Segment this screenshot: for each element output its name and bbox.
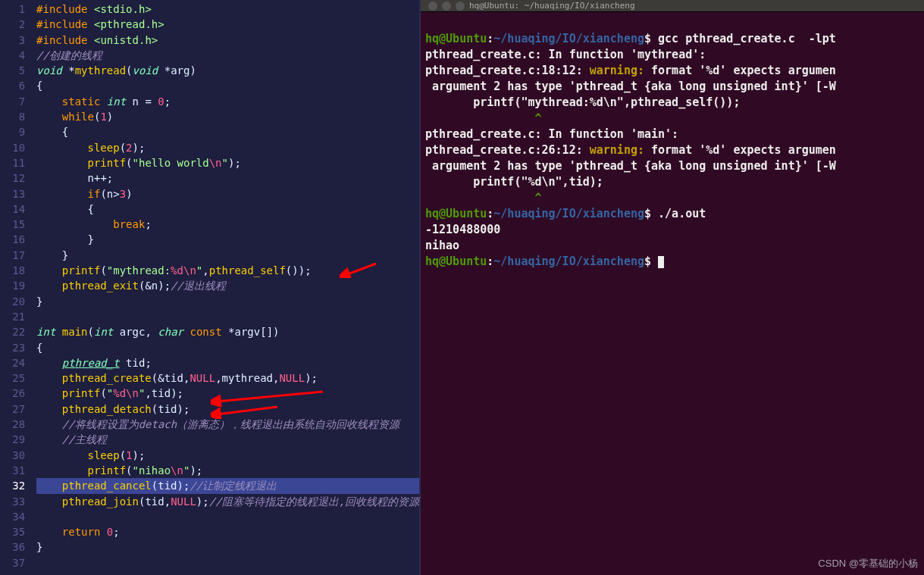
code-line[interactable]: { — [36, 202, 419, 217]
code-line[interactable]: while(1) — [36, 109, 419, 124]
line-number: 26 — [0, 386, 25, 401]
code-line[interactable]: } — [36, 294, 419, 309]
code-line[interactable]: pthread_t tid; — [36, 355, 419, 370]
line-number: 13 — [0, 186, 25, 202]
code-line[interactable]: printf("hello world\n"); — [36, 155, 419, 170]
prompt-user: hq@Ubuntu — [425, 32, 487, 45]
line-number: 33 — [0, 494, 25, 509]
line-number: 17 — [0, 248, 25, 263]
line-number: 35 — [0, 524, 25, 539]
line-number: 30 — [0, 448, 25, 463]
code-line[interactable]: { — [36, 78, 419, 93]
code-line[interactable] — [36, 309, 419, 324]
line-number: 1 — [0, 2, 25, 17]
code-line[interactable]: } — [36, 248, 419, 263]
code-line[interactable]: { — [36, 340, 419, 355]
line-number: 21 — [0, 309, 25, 324]
gutter: 1234567891011121314151617181920212223242… — [0, 0, 36, 575]
line-number: 19 — [0, 278, 25, 293]
terminal-command: gcc pthread_create.c -lpt — [658, 32, 836, 45]
line-number: 23 — [0, 340, 25, 355]
code-line[interactable]: printf("mythread:%d\n",pthread_self()); — [36, 263, 419, 278]
line-number: 16 — [0, 232, 25, 247]
line-number: 18 — [0, 263, 25, 278]
code-line[interactable]: pthread_join(tid,NULL);//阻塞等待指定的线程退出,回收线… — [36, 494, 419, 509]
line-number: 4 — [0, 48, 25, 63]
line-number: 29 — [0, 432, 25, 447]
line-number: 24 — [0, 355, 25, 370]
code-line[interactable]: #include <unistd.h> — [36, 33, 419, 48]
code-line[interactable]: return 0; — [36, 524, 419, 539]
code-line[interactable]: pthread_detach(tid); — [36, 402, 419, 417]
line-number: 7 — [0, 94, 25, 109]
line-number: 15 — [0, 217, 25, 232]
code-line[interactable]: pthread_create(&tid,NULL,mythread,NULL); — [36, 370, 419, 386]
line-number: 11 — [0, 155, 25, 170]
caret-indicator: ^ — [425, 111, 542, 125]
code-line[interactable]: n++; — [36, 170, 419, 186]
code-line[interactable]: static int n = 0; — [36, 94, 419, 109]
line-number: 6 — [0, 78, 25, 93]
terminal-command: ./a.out — [658, 207, 706, 220]
code-line[interactable]: break; — [36, 217, 419, 232]
warning-label: warning: — [590, 64, 644, 77]
code-line[interactable]: //主线程 — [36, 432, 419, 447]
code-line[interactable]: pthread_exit(&n);//退出线程 — [36, 278, 419, 293]
code-line[interactable]: #include <pthread.h> — [36, 17, 419, 32]
code-line[interactable]: } — [36, 539, 419, 555]
editor-pane: 1234567891011121314151617181920212223242… — [0, 0, 419, 575]
code-line[interactable]: printf("%d\n",tid); — [36, 386, 419, 401]
code-line[interactable]: { — [36, 124, 419, 139]
code-line[interactable]: sleep(2); — [36, 140, 419, 155]
minimize-icon[interactable] — [442, 2, 451, 11]
line-number: 20 — [0, 294, 25, 309]
code-line[interactable]: //将线程设置为detach（游离态），线程退出由系统自动回收线程资源 — [36, 417, 419, 432]
line-number: 9 — [0, 124, 25, 139]
close-icon[interactable] — [428, 2, 437, 11]
terminal-body[interactable]: hq@Ubuntu:~/huaqing/IO/xiancheng$ gcc pt… — [421, 12, 924, 273]
code-line[interactable] — [36, 509, 419, 524]
terminal-pane[interactable]: hq@Ubuntu: ~/huaqing/IO/xiancheng hq@Ubu… — [421, 0, 924, 575]
maximize-icon[interactable] — [456, 2, 465, 11]
cursor-icon — [658, 256, 664, 268]
code-line[interactable]: printf("nihao\n"); — [36, 463, 419, 478]
terminal-header: hq@Ubuntu: ~/huaqing/IO/xiancheng — [421, 0, 924, 12]
line-number: 2 — [0, 17, 25, 32]
code-line[interactable]: int main(int argc, char const *argv[]) — [36, 324, 419, 339]
line-number: 5 — [0, 63, 25, 78]
line-number: 3 — [0, 33, 25, 48]
line-number: 22 — [0, 324, 25, 339]
watermark: CSDN @零基础的小杨 — [818, 557, 918, 570]
line-number: 25 — [0, 370, 25, 386]
line-number: 34 — [0, 509, 25, 524]
window-title: hq@Ubuntu: ~/huaqing/IO/xiancheng — [469, 0, 635, 14]
code-line[interactable]: sleep(1); — [36, 448, 419, 463]
line-number: 32 — [0, 478, 25, 493]
terminal-output: -1210488000 — [425, 223, 500, 236]
line-number: 8 — [0, 109, 25, 124]
line-number: 12 — [0, 170, 25, 186]
code-line[interactable]: void *mythread(void *arg) — [36, 63, 419, 78]
line-number: 27 — [0, 402, 25, 417]
code-area[interactable]: #include <stdio.h>#include <pthread.h>#i… — [36, 0, 419, 575]
code-line[interactable]: } — [36, 232, 419, 247]
line-number: 14 — [0, 202, 25, 217]
code-line[interactable]: #include <stdio.h> — [36, 2, 419, 17]
line-number: 37 — [0, 555, 25, 570]
code-line[interactable]: if(n>3) — [36, 186, 419, 202]
prompt-path: ~/huaqing/IO/xiancheng — [493, 32, 644, 45]
line-number: 36 — [0, 539, 25, 555]
line-number: 28 — [0, 417, 25, 432]
line-number: 31 — [0, 463, 25, 478]
code-line[interactable] — [36, 555, 419, 570]
terminal-output: nihao — [425, 239, 459, 252]
line-number: 10 — [0, 140, 25, 155]
caret-indicator: ^ — [425, 191, 542, 205]
code-line[interactable]: pthread_cancel(tid);//让制定线程退出 — [36, 478, 419, 493]
code-line[interactable]: //创建的线程 — [36, 48, 419, 63]
